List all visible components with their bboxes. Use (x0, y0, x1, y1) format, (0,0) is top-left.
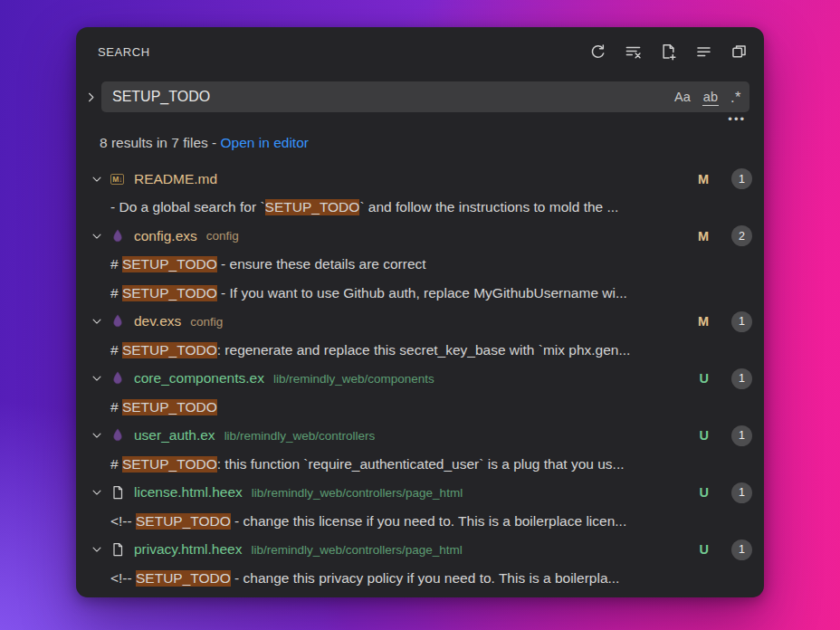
search-toggles: Aa ab .* (674, 89, 741, 106)
match-case-icon[interactable]: Aa (674, 90, 691, 104)
file-result-row[interactable]: user_auth.ex lib/remindly_web/controller… (76, 422, 764, 451)
elixir-file-icon (109, 371, 126, 386)
panel-title: SEARCH (98, 45, 150, 59)
match-prefix: # (110, 399, 122, 415)
summary-separator: - (212, 135, 220, 150)
file-name: privacy.html.heex (134, 541, 242, 558)
new-search-editor-icon[interactable] (660, 43, 677, 61)
git-status: U (700, 428, 709, 443)
markdown-file-icon: M↓ (109, 174, 126, 185)
match-suffix: - change this license if you need to. Th… (231, 513, 626, 530)
match-result-row[interactable]: # SETUP_TODO (76, 393, 764, 422)
match-result-row[interactable]: <!-- SETUP_TODO - change this privacy po… (76, 564, 764, 593)
results-list: M↓ README.md M 1 - Do a global search fo… (76, 165, 764, 593)
elixir-file-icon (109, 314, 126, 329)
whole-word-icon[interactable]: ab (702, 90, 719, 104)
file-name: license.html.heex (134, 484, 243, 501)
file-name: README.md (134, 171, 217, 187)
match-prefix: # (110, 456, 122, 472)
match-count-badge: 1 (731, 168, 752, 189)
match-count-badge: 1 (731, 425, 752, 446)
match-text: SETUP_TODO (136, 570, 231, 587)
more-actions-icon[interactable]: ••• (76, 112, 764, 129)
match-text: SETUP_TODO (122, 342, 217, 358)
match-result-row[interactable]: # SETUP_TODO - If you want to use Github… (76, 279, 764, 308)
search-input-box: Aa ab .* (101, 81, 749, 112)
chevron-down-icon[interactable] (89, 486, 105, 499)
search-panel: SEARCH Aa ab (76, 27, 764, 597)
match-prefix: <!-- (110, 570, 136, 587)
match-suffix: - ensure these details are correct (217, 256, 426, 272)
chevron-down-icon[interactable] (89, 543, 105, 556)
match-suffix: : regenerate and replace this secret_key… (217, 342, 631, 358)
chevron-down-icon[interactable] (89, 372, 105, 385)
match-count-badge: 1 (731, 311, 752, 332)
whole-word-glyph: ab (702, 90, 719, 106)
match-text: SETUP_TODO (122, 399, 217, 415)
file-name: user_auth.ex (134, 427, 215, 444)
match-prefix: # (110, 256, 122, 272)
git-status: M (698, 229, 709, 243)
match-suffix: ` and follow the instructions to mold th… (359, 199, 618, 215)
match-prefix: - Do a global search for ` (110, 199, 265, 215)
match-count-badge: 2 (731, 225, 752, 246)
collapse-all-icon[interactable] (730, 43, 748, 61)
match-text: SETUP_TODO (122, 456, 217, 472)
plain-file-icon (109, 485, 126, 500)
chevron-down-icon[interactable] (89, 173, 105, 186)
git-status: U (700, 371, 709, 386)
match-suffix: - change this privacy policy if you need… (231, 570, 620, 587)
file-result-row[interactable]: license.html.heex lib/remindly_web/contr… (76, 479, 764, 508)
file-result-row[interactable]: config.exs config M 2 (76, 222, 764, 251)
match-text: SETUP_TODO (122, 285, 217, 301)
search-row: Aa ab .* (76, 81, 764, 112)
file-name: core_components.ex (134, 370, 264, 387)
match-result-row[interactable]: - Do a global search for `SETUP_TODO` an… (76, 194, 764, 223)
match-prefix: # (110, 285, 122, 301)
file-path: lib/remindly_web/components (273, 372, 434, 386)
results-summary: 8 results in 7 files - Open in editor (76, 132, 764, 154)
match-count-badge: 1 (731, 539, 752, 560)
match-count-badge: 1 (731, 368, 752, 389)
match-result-row[interactable]: # SETUP_TODO: regenerate and replace thi… (76, 336, 764, 365)
match-count-badge: 1 (731, 482, 752, 503)
git-status: U (700, 485, 709, 500)
file-name: config.exs (134, 228, 197, 244)
match-suffix: - If you want to use Github auth, replac… (217, 285, 627, 301)
view-as-list-icon[interactable] (695, 43, 712, 61)
chevron-down-icon[interactable] (89, 315, 105, 328)
git-status: M (698, 172, 709, 186)
file-path: lib/remindly_web/controllers/page_html (252, 486, 463, 500)
panel-header: SEARCH (76, 27, 764, 62)
match-text: SETUP_TODO (136, 513, 231, 530)
match-suffix: : this function `require_authenticated_u… (217, 456, 625, 472)
refresh-icon[interactable] (589, 43, 606, 61)
results-count-text: 8 results in 7 files (100, 135, 208, 150)
git-status: U (700, 542, 709, 557)
match-result-row[interactable]: # SETUP_TODO: this function `require_aut… (76, 450, 764, 479)
panel-toolbar (589, 43, 748, 61)
chevron-down-icon[interactable] (89, 230, 105, 243)
file-path: lib/remindly_web/controllers (224, 429, 376, 443)
match-result-row[interactable]: # SETUP_TODO - ensure these details are … (76, 251, 764, 280)
toggle-replace-chevron-icon[interactable] (80, 81, 101, 112)
regex-icon[interactable]: .* (730, 89, 741, 106)
file-result-row[interactable]: core_components.ex lib/remindly_web/comp… (76, 365, 764, 394)
match-text: SETUP_TODO (122, 256, 217, 272)
file-name: dev.exs (134, 313, 181, 329)
open-in-editor-link[interactable]: Open in editor (221, 135, 309, 150)
chevron-down-icon[interactable] (89, 429, 105, 442)
match-prefix: <!-- (110, 513, 136, 530)
plain-file-icon (109, 542, 126, 557)
elixir-file-icon (109, 229, 126, 243)
search-input[interactable] (112, 89, 674, 105)
file-result-row[interactable]: dev.exs config M 1 (76, 308, 764, 337)
match-prefix: # (110, 342, 122, 358)
clear-search-results-icon[interactable] (625, 43, 642, 61)
file-result-row[interactable]: privacy.html.heex lib/remindly_web/contr… (76, 536, 764, 565)
file-result-row[interactable]: M↓ README.md M 1 (76, 165, 764, 194)
match-result-row[interactable]: <!-- SETUP_TODO - change this license if… (76, 507, 764, 536)
elixir-file-icon (109, 428, 126, 443)
file-path: config (190, 315, 223, 329)
git-status: M (698, 314, 709, 329)
